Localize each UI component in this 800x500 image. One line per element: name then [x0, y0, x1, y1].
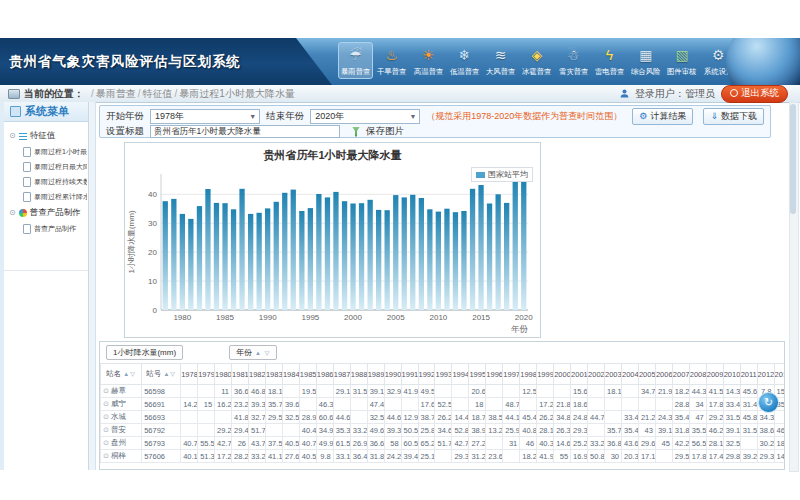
year-sort-chip[interactable]: 年份 ▲ ▽	[229, 345, 277, 360]
sidebar-item[interactable]: 普查产品制作	[7, 221, 87, 236]
nav-item-label: 大风普查	[485, 66, 516, 76]
year-column-header[interactable]: 1991	[401, 364, 418, 385]
expand-icon[interactable]: ⊙	[9, 132, 16, 140]
legend-swatch-icon	[476, 172, 485, 178]
year-column-header[interactable]: 1986	[316, 364, 333, 385]
value-cell	[401, 398, 418, 411]
scrollbar-thumb[interactable]	[790, 104, 796, 214]
year-column-header[interactable]: 2012	[757, 364, 774, 385]
value-cell	[265, 424, 282, 437]
year-column-header[interactable]: 1978	[181, 364, 198, 385]
logout-button[interactable]: 退出系统	[721, 85, 788, 103]
sidebar-group-features[interactable]: ⊙特征值	[7, 127, 87, 144]
year-column-header[interactable]: 1993	[435, 364, 452, 385]
unit-chip[interactable]: 1小时降水量(mm)	[106, 345, 183, 360]
station-radio[interactable]: ⊙	[103, 413, 109, 420]
station-radio[interactable]: ⊙	[103, 439, 109, 446]
sidebar-item[interactable]: 暴雨过程1小时最大降水量	[7, 144, 87, 159]
breadcrumb-item[interactable]: 特征值	[143, 88, 173, 99]
year-column-header[interactable]: 2000	[554, 364, 571, 385]
year-column-header[interactable]: 1987	[333, 364, 350, 385]
sort-icons[interactable]: ▲▽	[163, 371, 176, 377]
sidebar-item[interactable]: 暴雨过程累计降水量	[7, 189, 87, 204]
nav-item-comprehensive-risk[interactable]: ▦综合风险	[628, 42, 663, 79]
year-column-header[interactable]: 1982	[249, 364, 266, 385]
year-column-header[interactable]: 1983	[265, 364, 282, 385]
station-column-header[interactable]: 站名 ▲▽	[101, 364, 142, 385]
svg-text:40: 40	[148, 190, 157, 199]
end-year-select[interactable]: 2020年 ▼	[310, 109, 420, 124]
year-column-header[interactable]: 2003	[605, 364, 622, 385]
svg-text:2010: 2010	[430, 313, 448, 322]
chart-legend[interactable]: 国家站平均	[471, 167, 533, 182]
year-column-header[interactable]: 1998	[520, 364, 537, 385]
year-column-header[interactable]: 1984	[282, 364, 299, 385]
year-column-header[interactable]: 2005	[638, 364, 655, 385]
breadcrumb-item[interactable]: 暴雨普查	[96, 88, 136, 99]
lightning-icon: ϟ	[593, 44, 626, 66]
value-cell: 25.1	[418, 450, 435, 463]
nav-item-lightning[interactable]: ϟ雷电普查	[592, 42, 627, 79]
nav-item-drought[interactable]: ♨干旱普查	[374, 42, 409, 79]
nav-item-hail[interactable]: ◈冰雹普查	[519, 42, 554, 79]
nav-item-gale[interactable]: ≋大风普查	[483, 42, 518, 79]
year-column-header[interactable]: 2006	[655, 364, 672, 385]
year-column-header[interactable]: 1990	[384, 364, 401, 385]
save-image-link[interactable]: 保存图片	[366, 125, 404, 138]
station-id-column-header[interactable]: 站号 ▲▽	[142, 364, 181, 385]
sidebar-item[interactable]: 暴雨过程日最大降水量	[7, 159, 87, 174]
year-column-header[interactable]: 1995	[469, 364, 486, 385]
vertical-scrollbar[interactable]	[789, 102, 799, 472]
panel-splitter[interactable]	[89, 102, 96, 470]
expand-icon[interactable]: ⊙	[9, 209, 16, 217]
nav-item-high-temp[interactable]: ☀高温普查	[411, 42, 446, 79]
value-cell: 36.6	[232, 385, 249, 398]
nav-item-map-review[interactable]: ▧图件审核	[664, 42, 699, 79]
year-column-header[interactable]: 1999	[537, 364, 554, 385]
value-cell: 51.7	[435, 437, 452, 450]
breadcrumb-item[interactable]: 暴雨过程1小时最大降水量	[179, 88, 295, 99]
year-column-header[interactable]: 1996	[486, 364, 503, 385]
value-cell: 28.2	[232, 450, 249, 463]
year-column-header[interactable]: 1980	[215, 364, 232, 385]
year-column-header[interactable]: 2004	[621, 364, 638, 385]
nav-item-rainstorm[interactable]: ☔暴雨普查	[338, 42, 373, 79]
start-year-select[interactable]: 1978年 ▼	[150, 109, 260, 124]
refresh-float-button[interactable]: ↻	[758, 392, 779, 413]
year-column-header[interactable]: 1981	[232, 364, 249, 385]
year-column-header[interactable]: 2007	[672, 364, 689, 385]
sidebar-item[interactable]: 暴雨过程持续天数	[7, 174, 87, 189]
value-cell: 18.1	[265, 385, 282, 398]
sort-icons[interactable]: ▲▽	[123, 371, 136, 377]
sidebar-group-products[interactable]: ⊙普查产品制作	[7, 204, 87, 221]
year-column-header[interactable]: 2013	[774, 364, 785, 385]
data-download-button[interactable]: ⇓ 数据下载	[703, 108, 764, 125]
nav-item-snow[interactable]: ☃雪灾普查	[556, 42, 591, 79]
year-column-header[interactable]: 1979	[198, 364, 215, 385]
value-cell: 46	[520, 437, 537, 450]
chart-title-input[interactable]	[150, 125, 340, 138]
station-radio[interactable]: ⊙	[103, 426, 109, 433]
year-column-header[interactable]: 2011	[740, 364, 757, 385]
year-column-header[interactable]: 2001	[571, 364, 588, 385]
year-column-header[interactable]: 1989	[367, 364, 384, 385]
year-column-header[interactable]: 1994	[452, 364, 469, 385]
value-cell: 52.5	[435, 398, 452, 411]
station-radio[interactable]: ⊙	[103, 452, 109, 459]
year-column-header[interactable]: 2008	[689, 364, 706, 385]
station-radio[interactable]: ⊙	[103, 387, 109, 394]
calc-result-button[interactable]: ⚙ 计算结果	[632, 108, 693, 125]
value-cell: 29.2	[706, 411, 723, 424]
station-radio[interactable]: ⊙	[103, 400, 109, 407]
value-cell: 14.2	[181, 398, 198, 411]
year-column-header[interactable]: 1992	[418, 364, 435, 385]
year-column-header[interactable]: 1988	[350, 364, 367, 385]
year-column-header[interactable]: 2009	[706, 364, 723, 385]
year-column-header[interactable]: 1997	[503, 364, 520, 385]
nav-item-low-temp[interactable]: ❄低温普查	[447, 42, 482, 79]
year-column-header[interactable]: 2002	[588, 364, 605, 385]
year-column-header[interactable]: 1985	[299, 364, 316, 385]
year-column-header[interactable]: 2010	[723, 364, 740, 385]
sidebar-item-label: 普查产品制作	[34, 224, 76, 234]
save-image-icon	[352, 127, 360, 137]
